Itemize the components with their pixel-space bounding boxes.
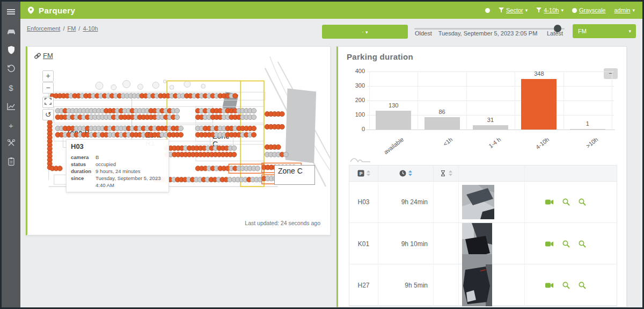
parking-spot[interactable] <box>113 94 118 98</box>
parking-spot[interactable] <box>115 115 120 120</box>
parking-spot[interactable] <box>89 109 94 113</box>
parking-spot[interactable] <box>187 152 192 157</box>
parking-spot[interactable] <box>47 146 52 151</box>
parking-spot[interactable] <box>98 94 103 98</box>
parking-spot[interactable] <box>220 177 225 182</box>
bar-1-4 h[interactable] <box>473 125 508 130</box>
parking-spot[interactable] <box>203 115 208 120</box>
parking-spot[interactable] <box>117 94 122 98</box>
table-row[interactable]: K01 9h 10min <box>349 223 617 264</box>
parking-spot[interactable] <box>217 152 222 157</box>
zoom-detail-button[interactable] <box>562 240 570 248</box>
parking-spot[interactable] <box>147 94 152 98</box>
parking-spot[interactable] <box>78 115 83 120</box>
zoom-in-button[interactable]: + <box>42 70 54 82</box>
parking-spot[interactable] <box>265 176 270 181</box>
parking-spot[interactable] <box>156 115 161 120</box>
parking-spot[interactable] <box>134 132 138 137</box>
parking-spot[interactable] <box>47 161 52 166</box>
parking-spot[interactable] <box>190 177 195 182</box>
parking-spot[interactable] <box>255 166 260 171</box>
parking-spot[interactable] <box>175 152 180 157</box>
parking-spot[interactable] <box>59 115 64 120</box>
parking-spot[interactable] <box>107 115 112 120</box>
parking-spot[interactable] <box>111 109 116 113</box>
parking-spot[interactable] <box>174 132 179 137</box>
parking-spot[interactable] <box>216 177 221 182</box>
parking-spot[interactable] <box>106 94 111 98</box>
chart-icon[interactable] <box>2 99 20 113</box>
parking-spot[interactable] <box>74 115 79 120</box>
parking-spot[interactable] <box>194 152 199 157</box>
parking-spot[interactable] <box>247 166 252 171</box>
parking-spot[interactable] <box>244 126 249 131</box>
parking-spot[interactable] <box>199 115 204 120</box>
parking-spot[interactable] <box>78 109 83 113</box>
parking-spot[interactable] <box>268 145 273 149</box>
parking-spot[interactable] <box>229 115 234 120</box>
sort-by-wait-header[interactable] <box>434 166 459 181</box>
parking-spot[interactable] <box>207 115 211 120</box>
parking-spot[interactable] <box>47 150 52 155</box>
parking-spot[interactable] <box>137 109 142 113</box>
camera-view-button[interactable] <box>545 199 554 205</box>
parking-spot[interactable] <box>195 94 200 98</box>
parking-spot[interactable] <box>192 94 196 98</box>
parking-spot[interactable] <box>191 146 195 150</box>
parking-spot[interactable] <box>171 132 175 137</box>
parking-spot[interactable] <box>233 115 238 120</box>
parking-spot[interactable] <box>171 109 175 113</box>
parking-spot[interactable] <box>47 142 52 147</box>
parking-spot[interactable] <box>180 94 185 98</box>
parking-spot[interactable] <box>276 124 281 129</box>
parking-spot[interactable] <box>137 115 142 120</box>
parking-spot[interactable] <box>240 115 245 120</box>
parking-spot[interactable] <box>47 157 52 162</box>
parking-spot[interactable] <box>247 115 252 120</box>
parking-spot[interactable] <box>130 126 135 131</box>
parking-spot[interactable] <box>122 109 127 113</box>
parking-spot[interactable] <box>202 152 207 157</box>
parking-spot[interactable] <box>225 94 230 98</box>
parking-spot[interactable] <box>125 94 129 98</box>
parking-spot[interactable] <box>199 166 204 171</box>
parking-spot[interactable] <box>268 152 273 157</box>
parking-spot[interactable] <box>244 115 249 120</box>
parking-spot[interactable] <box>70 109 75 113</box>
parking-spot[interactable] <box>247 126 252 131</box>
parking-spot[interactable] <box>182 177 187 182</box>
parking-spot[interactable] <box>130 109 135 113</box>
parking-spot[interactable] <box>59 109 64 113</box>
parking-spot[interactable] <box>233 94 238 98</box>
parking-spot[interactable] <box>121 94 126 98</box>
bar-available[interactable] <box>376 111 411 130</box>
parking-spot[interactable] <box>173 94 178 98</box>
parking-spot[interactable] <box>174 109 179 113</box>
parking-spot[interactable] <box>109 94 114 98</box>
parking-spot[interactable] <box>225 166 230 171</box>
parking-spot[interactable] <box>175 146 180 150</box>
grayscale-toggle[interactable]: Grayscale <box>572 7 606 13</box>
parking-spot[interactable] <box>151 94 156 98</box>
parking-spot[interactable] <box>218 115 223 120</box>
parking-spot[interactable] <box>203 109 208 113</box>
vehicle-photo[interactable] <box>462 264 492 306</box>
parking-spot[interactable] <box>145 115 150 120</box>
parking-spot[interactable] <box>134 109 138 113</box>
parking-spot[interactable] <box>283 152 288 157</box>
parking-spot[interactable] <box>251 126 256 131</box>
parking-spot[interactable] <box>55 132 60 137</box>
parking-spot[interactable] <box>87 94 92 98</box>
parking-spot[interactable] <box>47 127 52 132</box>
parking-spot[interactable] <box>67 115 71 120</box>
parking-spot[interactable] <box>149 109 153 113</box>
parking-spot[interactable] <box>186 177 191 182</box>
parking-spot[interactable] <box>203 166 208 171</box>
parking-spot[interactable] <box>171 115 175 120</box>
parking-spot[interactable] <box>126 109 131 113</box>
parking-spot[interactable] <box>95 94 100 98</box>
parking-spot[interactable] <box>207 166 211 171</box>
parking-spot[interactable] <box>82 115 86 120</box>
parking-spot[interactable] <box>199 94 204 98</box>
parking-spot[interactable] <box>102 94 107 98</box>
